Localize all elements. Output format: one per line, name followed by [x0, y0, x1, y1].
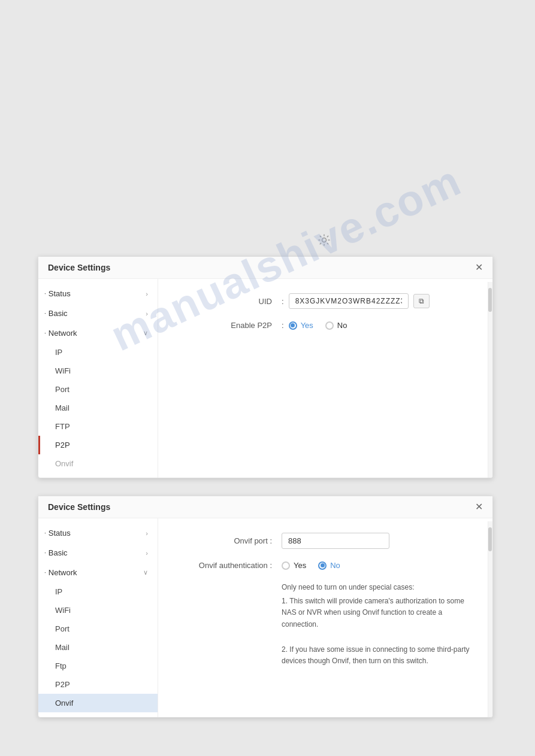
sidebar-item-onvif-bot[interactable]: Onvif — [38, 694, 158, 712]
p2p-scrollbar-thumb — [488, 288, 492, 312]
sidebar-label-ftp-top: FTP — [55, 422, 70, 431]
sidebar-item-status-bot[interactable]: · Status › — [38, 523, 158, 543]
onvif-info-block: Only need to turn on under special cases… — [282, 582, 474, 667]
onvif-content: Onvif port : Onvif authentication : Yes … — [158, 518, 492, 717]
chevron-network-top: ∨ — [143, 329, 148, 337]
onvif-auth-label: Onvif authentication : — [176, 561, 272, 570]
sidebar-label-wifi-top: WiFi — [55, 366, 71, 375]
onvif-close-button[interactable]: ✕ — [475, 502, 483, 512]
p2p-radio-no[interactable]: No — [325, 321, 347, 330]
sidebar-item-basic-bot[interactable]: · Basic › — [38, 543, 158, 563]
chevron-basic-bot: › — [146, 549, 148, 557]
chevron-basic-top: › — [146, 310, 148, 317]
p2p-yes-label: Yes — [301, 321, 313, 330]
onvif-auth-radio-yes-circle — [282, 561, 290, 570]
sidebar-label-port-bot: Port — [55, 624, 69, 633]
sidebar-item-basic-top[interactable]: · Basic › — [38, 303, 158, 323]
onvif-scrollbar-thumb — [488, 527, 492, 551]
sidebar-item-p2p-top[interactable]: P2P — [38, 436, 158, 454]
sidebar-item-network-bot[interactable]: · Network ∨ — [38, 563, 158, 582]
onvif-port-label: Onvif port : — [176, 536, 272, 545]
p2p-scrollbar[interactable] — [488, 282, 492, 478]
sidebar-label-onvif-top: Onvif — [55, 459, 73, 468]
onvif-port-input[interactable] — [282, 533, 389, 549]
sidebar-item-p2p-bot[interactable]: P2P — [38, 675, 158, 694]
sidebar-label-onvif-bot: Onvif — [55, 699, 73, 708]
p2p-panel: Device Settings ✕ · Status › · Basic — [38, 256, 493, 478]
sidebar-label-ip-top: IP — [55, 348, 62, 357]
onvif-scrollbar[interactable] — [488, 521, 492, 717]
uid-copy-button[interactable]: ⧉ — [413, 294, 430, 308]
onvif-panel-titlebar: Device Settings ✕ — [38, 496, 492, 518]
p2p-radio-yes-circle — [289, 321, 297, 330]
sidebar-label-ip-bot: IP — [55, 587, 62, 596]
uid-input[interactable] — [289, 293, 409, 309]
onvif-auth-radio-yes[interactable]: Yes — [282, 561, 306, 570]
sidebar-label-wifi-bot: WiFi — [55, 606, 71, 615]
sidebar-label-p2p-bot: P2P — [55, 680, 70, 689]
sidebar-item-mail-top[interactable]: Mail — [38, 399, 158, 417]
sidebar-item-onvif-top[interactable]: Onvif — [38, 454, 158, 473]
uid-colon: : — [282, 297, 284, 306]
sidebar-item-port-bot[interactable]: Port — [38, 620, 158, 638]
p2p-content: UID : ⧉ Enable P2P : Yes — [158, 279, 492, 478]
onvif-auth-radio-group: Yes No — [282, 561, 340, 570]
sidebar-label-mail-top: Mail — [55, 403, 69, 412]
sidebar-item-wifi-top[interactable]: WiFi — [38, 362, 158, 380]
sidebar-label-basic-top: Basic — [49, 309, 68, 318]
chevron-status-top: › — [146, 290, 148, 297]
onvif-auth-radio-no-circle — [318, 561, 327, 570]
uid-row: UID : ⧉ — [176, 293, 474, 309]
p2p-panel-title: Device Settings — [48, 263, 110, 272]
onvif-panel-title: Device Settings — [48, 502, 110, 512]
sidebar-item-ftp-bot[interactable]: Ftp — [38, 657, 158, 675]
enable-p2p-row: Enable P2P : Yes No — [176, 321, 474, 330]
svg-point-0 — [322, 238, 327, 242]
onvif-auth-no-label: No — [330, 561, 340, 570]
sidebar-item-network-top[interactable]: · Network ∨ — [38, 323, 158, 343]
chevron-status-bot: › — [146, 530, 148, 537]
uid-label: UID — [176, 297, 272, 306]
onvif-sidebar: · Status › · Basic › · Network — [38, 518, 158, 717]
onvif-info-1: 1. This switch will provide camera's aut… — [282, 596, 474, 630]
chevron-network-bot: ∨ — [143, 569, 148, 576]
sidebar-item-mail-bot[interactable]: Mail — [38, 638, 158, 657]
p2p-radio-no-circle — [325, 321, 334, 330]
sidebar-item-ip-top[interactable]: IP — [38, 343, 158, 362]
sidebar-label-status-bot: Status — [49, 529, 71, 538]
p2p-panel-titlebar: Device Settings ✕ — [38, 257, 492, 279]
sidebar-item-ftp-top[interactable]: FTP — [38, 417, 158, 436]
sidebar-label-port-top: Port — [55, 385, 69, 394]
sidebar-label-network-bot: Network — [49, 568, 77, 577]
p2p-close-button[interactable]: ✕ — [475, 263, 483, 272]
p2p-sidebar: · Status › · Basic › · Network — [38, 279, 158, 478]
sidebar-label-ftp-bot: Ftp — [55, 661, 67, 670]
p2p-colon: : — [282, 321, 284, 330]
p2p-radio-yes[interactable]: Yes — [289, 321, 313, 330]
onvif-panel: Device Settings ✕ · Status › · Basic — [38, 496, 493, 718]
sidebar-label-p2p-top: P2P — [55, 441, 70, 450]
onvif-info-header: Only need to turn on under special cases… — [282, 582, 474, 593]
sidebar-label-basic-bot: Basic — [49, 548, 68, 557]
onvif-auth-radio-no[interactable]: No — [318, 561, 340, 570]
onvif-auth-row: Onvif authentication : Yes No — [176, 561, 474, 570]
enable-p2p-label: Enable P2P — [176, 321, 272, 330]
gear-icon — [318, 233, 331, 249]
onvif-port-row: Onvif port : — [176, 533, 474, 549]
onvif-info-2: 2. If you have some issue in connecting … — [282, 644, 474, 667]
sidebar-label-status-top: Status — [49, 289, 71, 298]
sidebar-item-wifi-bot[interactable]: WiFi — [38, 601, 158, 620]
sidebar-item-ip-bot[interactable]: IP — [38, 582, 158, 601]
onvif-auth-yes-label: Yes — [294, 561, 306, 570]
p2p-no-label: No — [337, 321, 347, 330]
sidebar-label-network-top: Network — [49, 329, 77, 338]
p2p-radio-group: Yes No — [289, 321, 347, 330]
sidebar-item-status-top[interactable]: · Status › — [38, 284, 158, 303]
sidebar-label-mail-bot: Mail — [55, 643, 69, 652]
sidebar-item-port-top[interactable]: Port — [38, 380, 158, 399]
